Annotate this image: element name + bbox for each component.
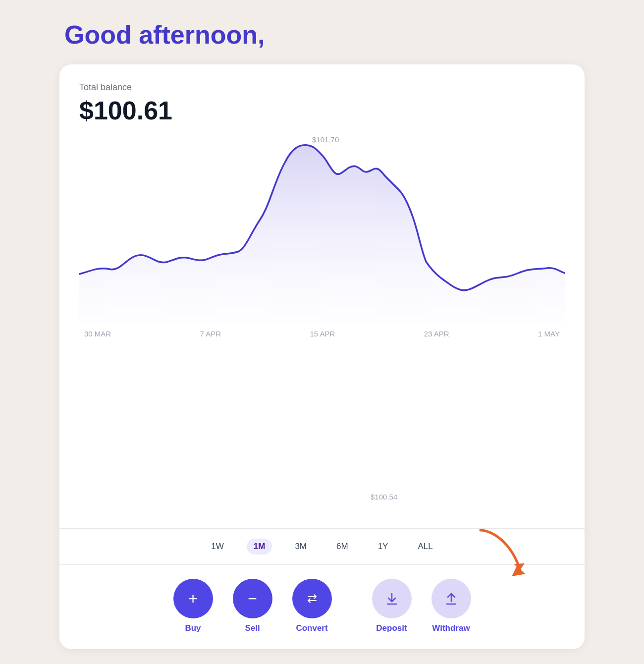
greeting-text: Good afternoon, [59,20,585,50]
filter-1w[interactable]: 1W [204,539,231,554]
date-label-3: 15 APR [310,330,335,338]
sell-icon: − [248,591,257,607]
filter-6m[interactable]: 6M [329,539,355,554]
chart-area: $101.70 $100.54 30 MAR 7 APR 15 APR 23 A… [79,135,565,528]
convert-action[interactable]: ⇄ Convert [292,579,332,633]
chart-dates: 30 MAR 7 APR 15 APR 23 APR 1 MAY [79,326,565,346]
sell-label: Sell [245,623,260,633]
time-filters: 1W 1M 3M 6M 1Y ALL [79,529,565,564]
withdraw-label: Withdraw [432,623,470,633]
buy-label: Buy [185,623,201,633]
date-label-5: 1 MAY [538,330,560,338]
deposit-icon [384,591,400,607]
filter-3m[interactable]: 3M [288,539,314,554]
date-label-2: 7 APR [200,330,221,338]
balance-amount: $100.61 [79,96,565,125]
buy-icon: + [188,591,198,607]
convert-button[interactable]: ⇄ [292,579,332,618]
deposit-button[interactable] [372,579,412,618]
deposit-action[interactable]: Deposit [372,579,412,633]
action-section-divider [352,586,352,626]
chart-low-label: $100.54 [371,493,397,501]
withdraw-icon [443,591,459,607]
filter-1m[interactable]: 1M [247,539,272,554]
buy-action[interactable]: + Buy [173,579,213,633]
convert-label: Convert [296,623,327,633]
deposit-label: Deposit [376,623,407,633]
balance-chart [79,135,565,324]
date-label-4: 23 APR [424,330,449,338]
primary-actions: + Buy − Sell ⇄ Convert [173,579,332,633]
date-label-1: 30 MAR [84,330,111,338]
filter-all[interactable]: ALL [411,539,439,554]
buy-button[interactable]: + [173,579,213,618]
sell-button[interactable]: − [233,579,272,618]
chart-peak-label: $101.70 [312,135,339,144]
convert-icon: ⇄ [307,592,317,606]
main-card: Total balance $100.61 $101.70 $100.54 30… [59,64,585,649]
withdraw-action[interactable]: Withdraw [431,579,471,633]
action-bar: + Buy − Sell ⇄ Convert [79,565,565,649]
filter-1y[interactable]: 1Y [371,539,395,554]
secondary-actions: Deposit Withdraw [372,579,471,633]
withdraw-button[interactable] [431,579,471,618]
sell-action[interactable]: − Sell [233,579,272,633]
balance-label: Total balance [79,82,565,93]
